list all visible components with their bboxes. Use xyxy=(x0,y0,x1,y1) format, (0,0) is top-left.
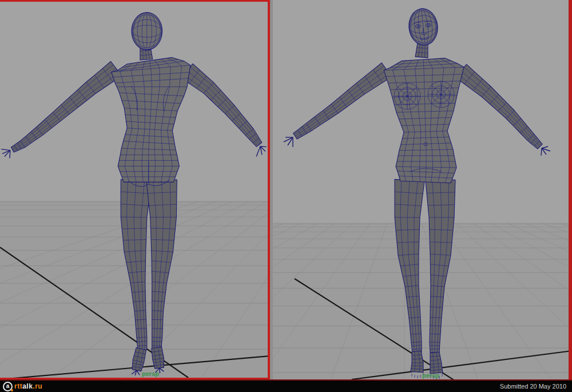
wireframe-model-front-view[interactable] xyxy=(273,0,572,379)
logo-icon-letter: a xyxy=(6,383,10,389)
model-head-back xyxy=(132,13,162,50)
footer-bar: a rttalk.ru Submitted 20 May 2010 xyxy=(0,379,572,392)
ground-grid xyxy=(273,223,572,379)
arttalk-logo-icon: a xyxy=(3,382,13,391)
arttalk-logo[interactable]: a rttalk.ru xyxy=(3,382,42,391)
submitted-date: Submitted 20 May 2010 xyxy=(500,383,566,390)
viewport-label-persp-right: persp xyxy=(422,372,439,379)
viewport-label-persp-left: persp xyxy=(142,370,159,377)
arttalk-logo-text: rttalk.ru xyxy=(14,383,42,390)
wireframe-model-back-view[interactable] xyxy=(0,2,268,378)
maya-dual-viewport-screenshot: persp persp a rttalk.ru Submitted 20 May… xyxy=(0,0,572,392)
viewport-back-view[interactable]: persp xyxy=(0,0,270,379)
viewport-front-view[interactable]: persp xyxy=(273,0,572,379)
active-border-right-edge xyxy=(569,0,572,379)
